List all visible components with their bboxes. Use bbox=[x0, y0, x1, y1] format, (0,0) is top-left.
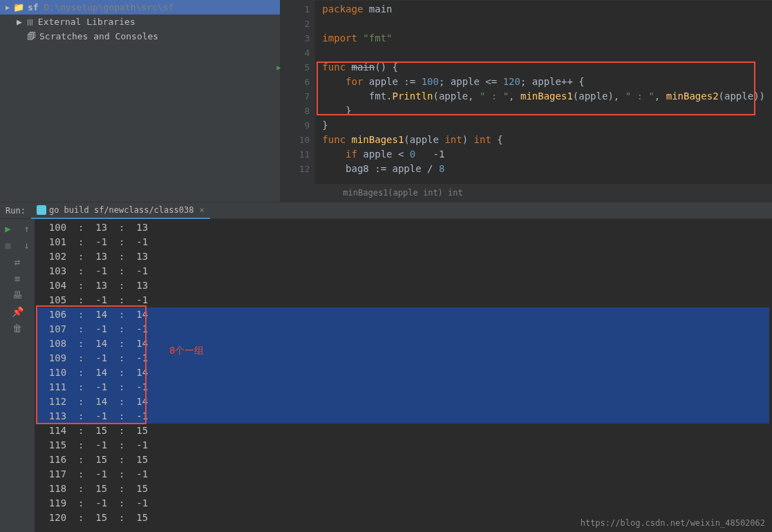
run-body: ▶ ↑ ■ ↓ ⇄ ≡ 🖶 📌 🗑 100 : 13 : 13 101 : -1… bbox=[0, 219, 772, 532]
run-tab[interactable]: go build sf/newclass/class038 × bbox=[31, 202, 210, 219]
console-line[interactable]: 115 : -1 : -1 bbox=[37, 438, 769, 453]
gutter-line[interactable]: 6 bbox=[282, 75, 310, 89]
code-line[interactable]: } bbox=[322, 104, 765, 118]
breadcrumb[interactable]: minBages1(apple int) int bbox=[315, 184, 772, 202]
code-line[interactable] bbox=[322, 17, 765, 31]
run-toolbar: ▶ ↑ ■ ↓ ⇄ ≡ 🖶 📌 🗑 bbox=[0, 219, 35, 532]
close-icon[interactable]: × bbox=[199, 205, 204, 215]
gutter-line[interactable]: 8 bbox=[282, 104, 310, 118]
gutter-line[interactable]: 10 bbox=[282, 133, 310, 147]
console-line[interactable]: 104 : 13 : 13 bbox=[37, 278, 769, 293]
run-marker-icon[interactable]: ▶ bbox=[276, 60, 281, 75]
editor-gutter: 12345▶6789101112 bbox=[281, 1, 315, 202]
project-panel: ▶ 📁 sf D:\mysetup\gopath\src\sf ▶ ⫼ Exte… bbox=[0, 0, 281, 202]
console-line[interactable]: 118 : 15 : 15 bbox=[37, 482, 769, 496]
trash-icon[interactable]: 🗑 bbox=[12, 323, 22, 334]
project-item-scratches[interactable]: 🗐 Scratches and Consoles bbox=[0, 29, 280, 44]
folder-icon: 📁 bbox=[13, 2, 24, 12]
console-line[interactable]: 101 : -1 : -1 bbox=[37, 235, 769, 249]
go-icon bbox=[37, 205, 46, 215]
code-line[interactable]: } bbox=[322, 118, 765, 133]
project-item-label: External Libraries bbox=[38, 17, 135, 27]
scratch-icon: 🗐 bbox=[27, 31, 36, 41]
run-tab-name: go build sf/newclass/class038 bbox=[49, 205, 194, 215]
gutter-line[interactable]: 5▶ bbox=[282, 60, 310, 75]
run-tabs: Run: go build sf/newclass/class038 × bbox=[0, 202, 772, 219]
gutter-line[interactable]: 4 bbox=[282, 46, 310, 60]
console-line[interactable]: 105 : -1 : -1 bbox=[37, 293, 769, 307]
annotation-text: 8个一组 bbox=[169, 343, 204, 358]
down-icon[interactable]: ↓ bbox=[23, 240, 29, 251]
console-line[interactable]: 114 : 15 : 15 bbox=[37, 424, 769, 438]
top-section: ▶ 📁 sf D:\mysetup\gopath\src\sf ▶ ⫼ Exte… bbox=[0, 0, 772, 202]
console-line[interactable]: 113 : -1 : -1 bbox=[37, 409, 769, 424]
code-line[interactable]: func main() { bbox=[322, 60, 765, 75]
console-output[interactable]: 100 : 13 : 13 101 : -1 : -1 102 : 13 : 1… bbox=[35, 219, 772, 532]
filter-icon[interactable]: ≡ bbox=[15, 273, 20, 284]
code-line[interactable]: for apple := 100; apple <= 120; apple++ … bbox=[322, 75, 765, 89]
project-root[interactable]: ▶ 📁 sf D:\mysetup\gopath\src\sf bbox=[0, 0, 280, 15]
console-line[interactable]: 102 : 13 : 13 bbox=[37, 249, 769, 264]
code-line[interactable]: package main bbox=[322, 2, 765, 17]
project-root-name: sf bbox=[28, 2, 39, 12]
project-item-label: Scratches and Consoles bbox=[39, 31, 158, 41]
gutter-line[interactable]: 3 bbox=[282, 31, 310, 46]
gutter-line[interactable]: 2 bbox=[282, 17, 310, 31]
console-line[interactable]: 111 : -1 : -1 bbox=[37, 380, 769, 395]
console-line[interactable]: 117 : -1 : -1 bbox=[37, 467, 769, 482]
code-area[interactable]: package mainimport "fmt"func main() { fo… bbox=[315, 1, 772, 202]
expand-icon[interactable]: ▶ bbox=[17, 17, 22, 27]
code-line[interactable]: fmt.Println(apple, " : ", minBages1(appl… bbox=[322, 89, 765, 104]
gutter-line[interactable]: 11 bbox=[282, 147, 310, 162]
project-item-external-libs[interactable]: ▶ ⫼ External Libraries bbox=[0, 15, 280, 29]
lib-icon: ⫼ bbox=[26, 17, 35, 27]
console-line[interactable]: 119 : -1 : -1 bbox=[37, 496, 769, 511]
watermark: https://blog.csdn.net/weixin_48502062 bbox=[581, 518, 765, 528]
run-label: Run: bbox=[0, 203, 31, 218]
wrap-icon[interactable]: ⇄ bbox=[15, 256, 20, 267]
code-line[interactable]: if apple < 0 -1 bbox=[322, 147, 765, 162]
console-line[interactable]: 112 : 14 : 14 bbox=[37, 395, 769, 409]
code-line[interactable]: import "fmt" bbox=[322, 31, 765, 46]
project-root-path: D:\mysetup\gopath\src\sf bbox=[44, 2, 174, 12]
up-icon[interactable]: ↑ bbox=[23, 223, 29, 234]
code-line[interactable]: func minBages1(apple int) int { bbox=[322, 133, 765, 147]
run-panel: Run: go build sf/newclass/class038 × ▶ ↑… bbox=[0, 202, 772, 532]
print-icon[interactable]: 🖶 bbox=[12, 289, 22, 301]
console-line[interactable]: 116 : 15 : 15 bbox=[37, 453, 769, 467]
pin-icon[interactable]: 📌 bbox=[12, 306, 23, 317]
console-line[interactable]: 100 : 13 : 13 bbox=[37, 220, 769, 235]
gutter-line[interactable]: 12 bbox=[282, 162, 310, 176]
gutter-line[interactable]: 1 bbox=[282, 2, 310, 17]
console-line[interactable]: 109 : -1 : -1 bbox=[37, 351, 769, 365]
console-line[interactable]: 103 : -1 : -1 bbox=[37, 264, 769, 278]
console-line[interactable]: 106 : 14 : 14 bbox=[37, 307, 769, 322]
play-icon[interactable]: ▶ bbox=[5, 223, 10, 234]
gutter-line[interactable]: 9 bbox=[282, 118, 310, 133]
console-line[interactable]: 108 : 14 : 14 bbox=[37, 336, 769, 351]
code-line[interactable] bbox=[322, 46, 765, 60]
editor-panel: 12345▶6789101112 package mainimport "fmt… bbox=[281, 0, 772, 202]
console-line[interactable]: 107 : -1 : -1 bbox=[37, 322, 769, 336]
code-line[interactable]: bag8 := apple / 8 bbox=[322, 162, 765, 176]
gutter-line[interactable]: 7 bbox=[282, 89, 310, 104]
stop-icon[interactable]: ■ bbox=[5, 240, 10, 251]
expand-icon[interactable]: ▶ bbox=[6, 3, 10, 11]
console-line[interactable]: 110 : 14 : 14 bbox=[37, 365, 769, 380]
